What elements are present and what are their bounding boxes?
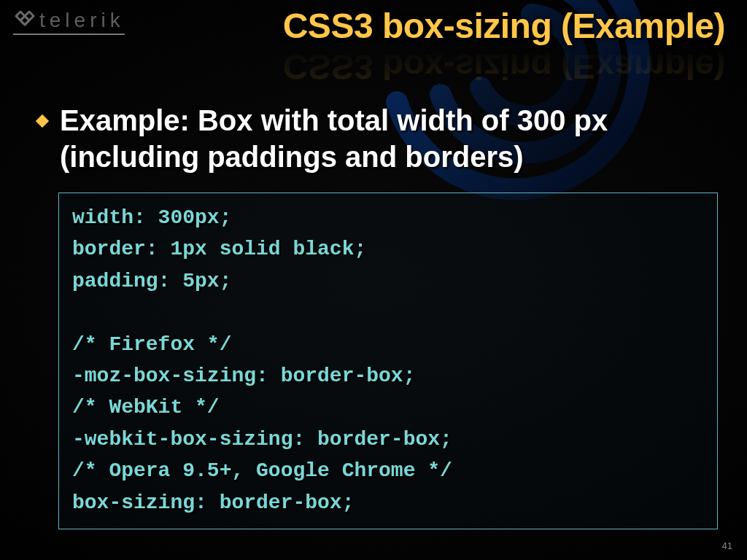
svg-marker-0 (36, 114, 49, 128)
bullet-text: Example: Box with total width of 300 px … (60, 102, 718, 175)
bullet-item: Example: Box with total width of 300 px … (35, 102, 718, 175)
slide: telerik CSS3 box-sizing (Example) CSS3 b… (0, 0, 747, 560)
content-area: Example: Box with total width of 300 px … (35, 102, 718, 529)
code-block: width: 300px; border: 1px solid black; p… (58, 192, 718, 529)
diamond-bullet-icon (35, 114, 50, 128)
slide-title-reflection: CSS3 box-sizing (Example) (283, 47, 725, 87)
slide-title: CSS3 box-sizing (Example) (0, 6, 725, 46)
page-number: 41 (722, 540, 732, 551)
